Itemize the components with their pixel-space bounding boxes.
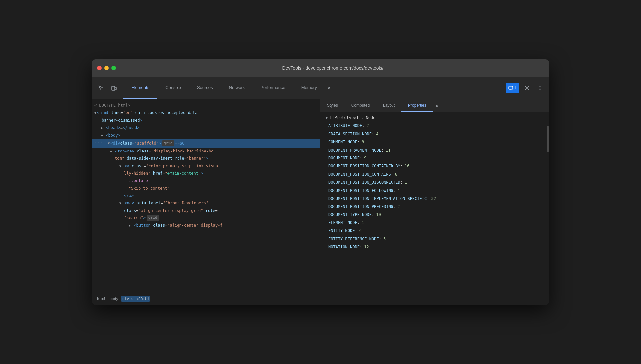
breadcrumb-body[interactable]: body: [108, 296, 120, 302]
titlebar: DevTools - developer.chrome.com/docs/dev…: [92, 59, 549, 77]
tree-line-topnav2[interactable]: tom" data-side-nav-inert role="banner">: [92, 155, 320, 162]
tree-line-scaffold[interactable]: ··· ▼ <div class="scaffold"> grid == $0: [92, 139, 320, 148]
message-count: 1: [514, 86, 516, 90]
main-content: <!DOCTYPE html> ▼<html lang="en" data-co…: [92, 99, 549, 305]
tab-computed[interactable]: Computed: [345, 99, 376, 112]
svg-point-6: [540, 89, 541, 90]
right-tabs: Styles Computed Layout Properties »: [320, 99, 549, 112]
prop-CDATA_SECTION_NODE[interactable]: CDATA_SECTION_NODE : 4: [320, 130, 549, 138]
window-title: DevTools - developer.chrome.com/docs/dev…: [121, 65, 544, 71]
svg-point-4: [540, 86, 541, 87]
traffic-lights: [97, 66, 116, 70]
svg-point-3: [526, 87, 528, 89]
tab-overflow-button[interactable]: »: [325, 77, 333, 99]
tree-line-nav3[interactable]: "search"> grid: [92, 214, 320, 221]
tab-console[interactable]: Console: [157, 77, 189, 99]
prop-DOCUMENT_POSITION_FOLLOWING[interactable]: DOCUMENT_POSITION_FOLLOWING : 4: [320, 187, 549, 195]
prop-NOTATION_NODE[interactable]: NOTATION_NODE : 12: [320, 243, 549, 251]
tab-styles[interactable]: Styles: [320, 99, 345, 112]
tree-line-html2[interactable]: banner-dismissed>: [92, 117, 320, 124]
scrollbar-thumb[interactable]: [547, 126, 549, 152]
devtools-tabbar: Elements Console Sources Network Perform…: [92, 77, 549, 99]
tab-memory[interactable]: Memory: [293, 77, 325, 99]
proto-header[interactable]: ▼ [[Prototype]]: Node: [320, 114, 549, 122]
devtools-window: DevTools - developer.chrome.com/docs/dev…: [92, 59, 549, 305]
tree-line-a2[interactable]: lly-hidden" href="#main-content">: [92, 170, 320, 177]
tab-properties[interactable]: Properties: [401, 99, 433, 112]
elements-panel: <!DOCTYPE html> ▼<html lang="en" data-co…: [92, 99, 320, 305]
prop-ENTITY_NODE[interactable]: ENTITY_NODE : 6: [320, 227, 549, 235]
prop-DOCUMENT_POSITION_CONTAINS[interactable]: DOCUMENT_POSITION_CONTAINS : 8: [320, 170, 549, 178]
tree-line-button1[interactable]: ▼ <button class="align-center display-f: [92, 222, 320, 229]
svg-rect-0: [112, 86, 115, 90]
elements-tree[interactable]: <!DOCTYPE html> ▼<html lang="en" data-co…: [92, 99, 320, 293]
tab-elements[interactable]: Elements: [123, 77, 157, 99]
close-button[interactable]: [97, 66, 102, 70]
tab-layout[interactable]: Layout: [376, 99, 401, 112]
tree-line-head[interactable]: ▶ <head>…</head>: [92, 124, 320, 131]
prop-ENTITY_REFERENCE_NODE[interactable]: ENTITY_REFERENCE_NODE : 5: [320, 235, 549, 243]
prop-DOCUMENT_POSITION_DISCONNECTED[interactable]: DOCUMENT_POSITION_DISCONNECTED : 1: [320, 178, 549, 186]
breadcrumb: html body div.scaffold: [92, 293, 320, 305]
minimize-button[interactable]: [104, 66, 109, 70]
right-panel: Styles Computed Layout Properties » ▼ [: [320, 99, 549, 305]
inspect-icon-button[interactable]: [96, 83, 106, 93]
right-tab-overflow-button[interactable]: »: [433, 99, 441, 112]
tree-line-topnav1[interactable]: ▼ <top-nav class="display-block hairline…: [92, 148, 320, 155]
svg-rect-2: [509, 86, 513, 89]
svg-point-5: [540, 87, 541, 88]
tree-line-nav2[interactable]: class="align-center display-grid" role=: [92, 207, 320, 214]
prop-DOCUMENT_POSITION_CONTAINED_BY[interactable]: DOCUMENT_POSITION_CONTAINED_BY : 16: [320, 162, 549, 170]
prop-DOCUMENT_TYPE_NODE[interactable]: DOCUMENT_TYPE_NODE : 10: [320, 211, 549, 219]
device-toggle-button[interactable]: [109, 83, 119, 93]
prop-COMMENT_NODE[interactable]: COMMENT_NODE : 8: [320, 138, 549, 146]
tab-performance[interactable]: Performance: [252, 77, 293, 99]
breadcrumb-scaffold[interactable]: div.scaffold: [121, 296, 150, 302]
svg-rect-1: [115, 87, 116, 90]
tab-network[interactable]: Network: [221, 77, 253, 99]
tab-actions: 1: [506, 83, 549, 93]
tree-line-doctype[interactable]: <!DOCTYPE html>: [92, 102, 320, 109]
message-button[interactable]: 1: [506, 83, 519, 93]
properties-content[interactable]: ▼ [[Prototype]]: Node ATTRIBUTE_NODE : 2…: [320, 112, 549, 305]
tree-line-close-a[interactable]: </a>: [92, 192, 320, 199]
tab-sources[interactable]: Sources: [189, 77, 221, 99]
prop-DOCUMENT_POSITION_PRECEDING[interactable]: DOCUMENT_POSITION_PRECEDING : 2: [320, 203, 549, 211]
tree-line-nav1[interactable]: ▼ <nav aria-label="Chrome Developers": [92, 199, 320, 207]
tree-line-body[interactable]: ▼ <body>: [92, 132, 320, 139]
prop-DOCUMENT_NODE[interactable]: DOCUMENT_NODE : 9: [320, 154, 549, 162]
tree-line-skip[interactable]: "Skip to content": [92, 185, 320, 192]
tree-line-a1[interactable]: ▼ <a class="color-primary skip-link visu…: [92, 162, 320, 170]
settings-button[interactable]: [522, 83, 532, 93]
prop-DOCUMENT_POSITION_IMPLEMENTATION_SPECIFIC[interactable]: DOCUMENT_POSITION_IMPLEMENTATION_SPECIFI…: [320, 195, 549, 203]
tree-line-before[interactable]: ::before: [92, 177, 320, 184]
breadcrumb-html[interactable]: html: [96, 296, 107, 302]
tab-icons: [92, 83, 123, 93]
prop-DOCUMENT_FRAGMENT_NODE[interactable]: DOCUMENT_FRAGMENT_NODE : 11: [320, 146, 549, 154]
prop-ATTRIBUTE_NODE[interactable]: ATTRIBUTE_NODE : 2: [320, 122, 549, 130]
more-options-button[interactable]: [535, 83, 545, 93]
maximize-button[interactable]: [111, 66, 116, 70]
prop-ELEMENT_NODE[interactable]: ELEMENT_NODE : 1: [320, 219, 549, 227]
tree-line-html[interactable]: ▼<html lang="en" data-cookies-accepted d…: [92, 109, 320, 116]
